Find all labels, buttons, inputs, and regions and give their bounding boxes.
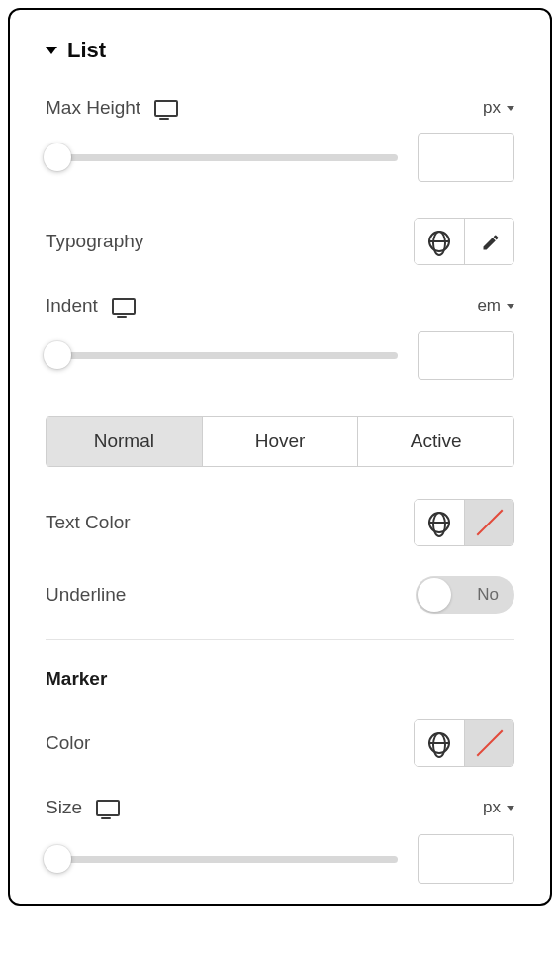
responsive-desktop-icon[interactable]	[112, 298, 132, 314]
text-color-group	[414, 499, 514, 546]
marker-color-globe-button[interactable]	[415, 720, 464, 766]
marker-color-label: Color	[46, 732, 90, 754]
slider-track	[46, 154, 398, 161]
chevron-down-icon	[507, 806, 514, 811]
row-max-height: Max Height px	[46, 97, 514, 119]
list-style-panel: List Max Height px Typography	[8, 8, 552, 906]
chevron-down-icon	[507, 304, 514, 309]
marker-size-label: Size	[46, 797, 82, 818]
globe-icon	[428, 231, 450, 252]
tab-active[interactable]: Active	[357, 417, 513, 466]
marker-heading: Marker	[46, 668, 514, 690]
tab-hover[interactable]: Hover	[202, 417, 358, 466]
state-tabs: Normal Hover Active	[46, 416, 514, 467]
underline-toggle-label: No	[477, 585, 499, 605]
slider-thumb[interactable]	[44, 845, 71, 873]
typography-globe-button[interactable]	[415, 219, 464, 264]
toggle-knob	[418, 578, 451, 612]
row-underline: Underline No	[46, 576, 514, 614]
marker-size-input[interactable]	[418, 834, 514, 884]
responsive-desktop-icon[interactable]	[154, 100, 174, 116]
responsive-desktop-icon[interactable]	[96, 800, 116, 815]
indent-slider-row	[46, 331, 514, 380]
tab-normal[interactable]: Normal	[47, 417, 202, 466]
marker-size-slider-row	[46, 834, 514, 884]
text-color-globe-button[interactable]	[415, 500, 464, 545]
collapse-triangle-icon	[46, 47, 57, 54]
typography-edit-button[interactable]	[464, 219, 513, 264]
row-marker-color: Color	[46, 719, 514, 767]
underline-label: Underline	[46, 584, 126, 606]
globe-icon	[428, 512, 450, 533]
indent-slider[interactable]	[46, 340, 398, 370]
slider-track	[46, 856, 398, 863]
globe-icon	[428, 732, 450, 754]
typography-button-group	[414, 218, 514, 265]
row-text-color: Text Color	[46, 499, 514, 546]
row-typography: Typography	[46, 218, 514, 265]
typography-label: Typography	[46, 231, 143, 252]
marker-size-slider[interactable]	[46, 844, 398, 874]
marker-color-swatch[interactable]	[464, 720, 513, 766]
row-indent: Indent em	[46, 295, 514, 317]
max-height-label: Max Height	[46, 97, 140, 119]
indent-unit-select[interactable]: em	[477, 296, 514, 316]
indent-label: Indent	[46, 295, 98, 317]
indent-input[interactable]	[418, 331, 514, 380]
text-color-label: Text Color	[46, 512, 131, 533]
section-header-list[interactable]: List	[46, 38, 514, 63]
max-height-slider-row	[46, 133, 514, 182]
slider-thumb[interactable]	[44, 341, 71, 369]
marker-color-group	[414, 719, 514, 767]
slider-track	[46, 352, 398, 359]
max-height-unit-value: px	[483, 98, 501, 118]
pencil-icon	[481, 233, 499, 250]
divider	[46, 639, 514, 640]
text-color-swatch[interactable]	[464, 500, 513, 545]
section-title: List	[67, 38, 106, 63]
underline-toggle[interactable]: No	[416, 576, 514, 614]
marker-size-unit-select[interactable]: px	[483, 798, 514, 817]
row-marker-size: Size px	[46, 797, 514, 818]
max-height-input[interactable]	[418, 133, 514, 182]
chevron-down-icon	[507, 106, 514, 111]
indent-unit-value: em	[477, 296, 501, 316]
max-height-slider[interactable]	[46, 143, 398, 172]
marker-size-unit-value: px	[483, 798, 501, 817]
max-height-unit-select[interactable]: px	[483, 98, 514, 118]
slider-thumb[interactable]	[44, 143, 71, 171]
